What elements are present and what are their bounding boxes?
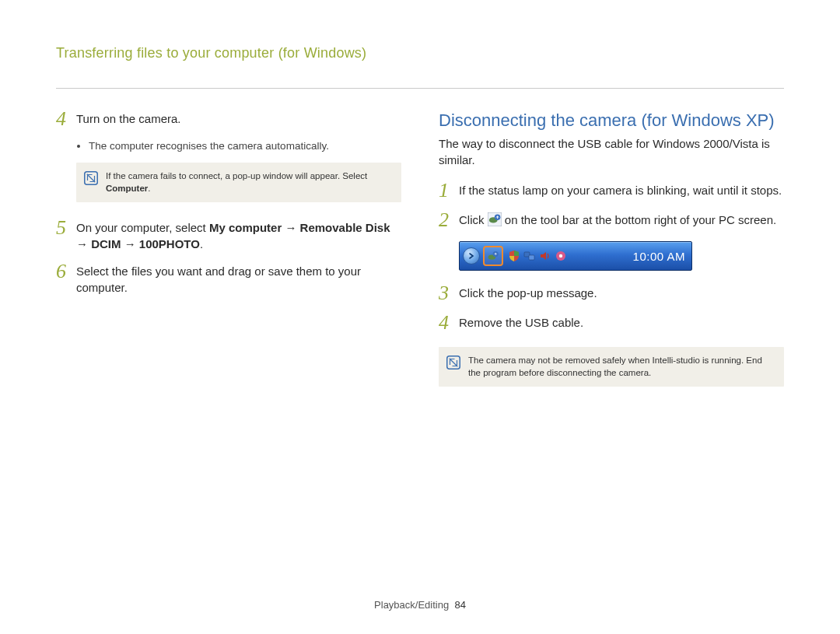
note-box-left: If the camera fails to connect, a pop-up… [76,163,401,202]
section-heading: Disconnecting the camera (for Windows XP… [439,110,784,131]
note-bold: Computer [106,184,148,193]
step-number: 6 [56,261,76,282]
step-text: Turn on the camera. [76,110,401,127]
tray-network-icon [523,250,536,262]
safely-remove-icon [488,212,502,226]
page-header-title: Transferring files to your computer (for… [56,45,784,66]
tray-generic-icon [555,250,567,262]
r-step-2-post: on the tool bar at the bottom right of y… [505,213,776,226]
note-icon [446,356,460,370]
note-box-right: The camera may not be removed safely whe… [439,347,784,387]
r-step-2: 2 Click on the tool bar at the bottom ri… [439,212,784,230]
step-text: Remove the USB cable. [459,314,784,331]
taskbar-screenshot: 10:00 AM [459,241,784,271]
r-step-4: 4 Remove the USB cable. [439,314,784,333]
safely-remove-hardware-icon [487,250,499,262]
step-text: If the status lamp on your camera is bli… [459,182,784,198]
step-text: Select the files you want and drag or sa… [76,263,401,296]
step-number: 2 [439,210,459,230]
step-5-pre: On your computer, select [76,221,209,234]
step-number: 4 [439,313,459,333]
step-number: 4 [56,109,76,129]
note-text: If the camera fails to connect, a pop-up… [106,170,390,194]
left-column: 4 Turn on the camera. The computer recog… [56,110,401,404]
header-divider [56,88,784,89]
footer-page-number: 84 [454,599,465,611]
step-text: Click the pop-up message. [459,285,784,301]
svg-point-9 [559,254,562,257]
step-6: 6 Select the files you want and drag or … [56,263,401,296]
step-5-post: . [200,237,203,250]
r-step-1: 1 If the status lamp on your camera is b… [439,182,784,201]
step-4-subbullets: The computer recognises the camera autom… [76,140,401,152]
page-footer: Playback/Editing 84 [0,599,840,611]
note-icon [84,171,98,185]
footer-section: Playback/Editing [374,599,449,611]
svg-rect-7 [529,255,534,260]
note-pre: If the camera fails to connect, a pop-up… [106,171,367,180]
step-4: 4 Turn on the camera. [56,110,401,129]
step-text: Click on the tool bar at the bottom righ… [459,212,784,228]
tray-expand-chevron-icon [463,247,480,264]
step-number: 1 [439,180,459,201]
tray-shield-icon [508,250,520,262]
section-intro: The way to disconnect the USB cable for … [439,135,784,168]
step-number: 5 [56,218,76,238]
step-5: 5 On your computer, select My computer →… [56,219,401,252]
tray-safely-remove-highlight [483,246,503,266]
step-number: 3 [439,283,459,303]
content-columns: 4 Turn on the camera. The computer recog… [56,110,784,404]
taskbar-clock: 10:00 AM [633,250,687,263]
note-post: . [148,184,150,193]
note-text: The camera may not be removed safely whe… [468,355,773,379]
right-column: Disconnecting the camera (for Windows XP… [439,110,784,404]
sub-bullet: The computer recognises the camera autom… [89,140,401,152]
r-step-2-pre: Click [459,213,488,226]
r-step-3: 3 Click the pop-up message. [439,285,784,303]
xp-taskbar: 10:00 AM [459,241,692,271]
tray-volume-icon [539,250,551,262]
step-text: On your computer, select My computer → R… [76,219,401,252]
